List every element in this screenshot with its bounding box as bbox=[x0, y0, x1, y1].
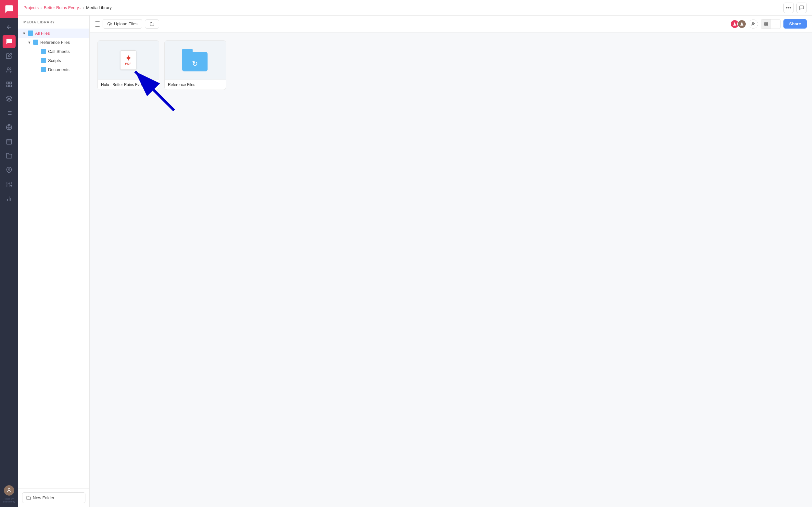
pdf-label: PDF bbox=[125, 62, 132, 65]
breadcrumb-current: Media Library bbox=[86, 5, 112, 10]
file-grid: ✦ PDF Hulu - Better Ruins Everything.AV.… bbox=[90, 33, 812, 507]
toolbar: Upload Files bbox=[90, 15, 812, 33]
more-options-button[interactable]: ••• bbox=[783, 3, 794, 13]
file-card-folder[interactable]: ↻ Reference Files bbox=[164, 40, 226, 90]
sidebar-item-reference-files[interactable]: ▾ Reference Files bbox=[18, 38, 89, 47]
svg-point-35 bbox=[752, 22, 754, 24]
folder-file-name: Reference Files bbox=[165, 79, 226, 90]
globe-nav-item[interactable] bbox=[3, 121, 15, 134]
folder-toolbar-icon bbox=[150, 22, 154, 26]
folder-body: ↻ bbox=[182, 52, 208, 71]
svg-rect-41 bbox=[764, 24, 766, 25]
upload-icon bbox=[107, 22, 112, 26]
content-area: MEDIA LIBRARY ▾ All Files ▾ Reference Fi… bbox=[18, 15, 812, 507]
list-view-button[interactable] bbox=[771, 19, 780, 29]
select-all-checkbox[interactable] bbox=[95, 21, 100, 26]
svg-point-0 bbox=[7, 68, 9, 70]
chat-icon bbox=[799, 5, 804, 10]
pencil-nav-item[interactable] bbox=[3, 49, 15, 62]
svg-rect-40 bbox=[766, 24, 767, 25]
folder-preview: ↻ bbox=[165, 41, 226, 79]
grid-icon bbox=[764, 22, 768, 26]
chevron-down-icon: ▾ bbox=[22, 31, 26, 35]
location-nav-item[interactable] bbox=[3, 164, 15, 177]
main-panel: Upload Files bbox=[90, 15, 812, 507]
grid-view-button[interactable] bbox=[761, 19, 771, 29]
folder-icon-documents bbox=[41, 67, 46, 72]
layers-nav-item[interactable] bbox=[3, 92, 15, 105]
folder-tab bbox=[182, 49, 193, 52]
breadcrumb-sep-2: › bbox=[83, 6, 84, 10]
svg-rect-2 bbox=[10, 82, 12, 84]
add-user-button[interactable] bbox=[749, 19, 758, 29]
breadcrumb-project[interactable]: Better Ruins Every.. bbox=[44, 5, 81, 10]
list-nav-item[interactable] bbox=[3, 107, 15, 119]
list-icon bbox=[773, 22, 778, 26]
breadcrumb-projects[interactable]: Projects bbox=[23, 5, 39, 10]
upload-files-label: Upload Files bbox=[114, 21, 137, 26]
folder-plus-icon bbox=[26, 496, 31, 500]
ellipsis-icon: ••• bbox=[786, 5, 792, 11]
nav-bottom: Made By Leanometry bbox=[0, 482, 18, 507]
chat-button[interactable] bbox=[797, 3, 807, 13]
sidebar-tree: ▾ All Files ▾ Reference Files Call Sheet… bbox=[18, 27, 89, 488]
view-toggle bbox=[761, 19, 781, 29]
file-area: ✦ PDF Hulu - Better Ruins Everything.AV.… bbox=[90, 33, 812, 507]
pdf-file-name: Hulu - Better Ruins Everything.AV.pdf bbox=[98, 79, 159, 90]
user-avatar-nav[interactable] bbox=[4, 485, 14, 496]
acrobat-symbol: ✦ bbox=[125, 55, 131, 62]
sidebar-item-all-files[interactable]: ▾ All Files bbox=[18, 29, 89, 38]
back-nav-item[interactable] bbox=[3, 21, 15, 34]
sidebar-item-call-sheets[interactable]: Call Sheets bbox=[18, 47, 89, 56]
pdf-preview: ✦ PDF bbox=[98, 41, 159, 79]
sidebar-item-scripts[interactable]: Scripts bbox=[18, 56, 89, 65]
new-folder-button[interactable]: New Folder bbox=[22, 492, 86, 503]
file-card-pdf[interactable]: ✦ PDF Hulu - Better Ruins Everything.AV.… bbox=[97, 40, 159, 90]
folder-icon-call-sheets bbox=[41, 49, 46, 54]
users-nav-item[interactable] bbox=[3, 64, 15, 76]
new-folder-label: New Folder bbox=[33, 495, 54, 500]
svg-rect-39 bbox=[766, 22, 767, 23]
svg-point-34 bbox=[741, 22, 743, 24]
top-header: Projects › Better Ruins Every.. › Media … bbox=[18, 0, 812, 15]
toolbar-right: Share bbox=[730, 19, 807, 29]
svg-rect-38 bbox=[764, 22, 766, 23]
all-files-label: All Files bbox=[35, 31, 50, 36]
share-button[interactable]: Share bbox=[783, 19, 807, 29]
app-logo[interactable] bbox=[0, 0, 18, 18]
nav-items bbox=[3, 18, 15, 482]
analytics-nav-item[interactable] bbox=[3, 192, 15, 205]
sliders-nav-item[interactable] bbox=[3, 178, 15, 191]
svg-rect-3 bbox=[10, 85, 12, 87]
sidebar-item-documents[interactable]: Documents bbox=[18, 65, 89, 74]
svg-rect-1 bbox=[7, 82, 9, 84]
folder-icon-scripts bbox=[41, 58, 46, 63]
pdf-icon: ✦ PDF bbox=[120, 50, 137, 70]
folder-icon-all-files bbox=[28, 31, 33, 36]
svg-point-18 bbox=[8, 169, 10, 170]
svg-marker-5 bbox=[6, 96, 12, 99]
sidebar-footer: New Folder bbox=[18, 488, 89, 507]
board-nav-item[interactable] bbox=[3, 78, 15, 91]
svg-point-31 bbox=[8, 489, 10, 491]
breadcrumb: Projects › Better Ruins Every.. › Media … bbox=[23, 5, 112, 10]
new-folder-toolbar-button[interactable] bbox=[145, 19, 159, 29]
messages-nav-item[interactable] bbox=[3, 35, 15, 48]
person-add-icon bbox=[751, 22, 756, 26]
folder-nav-item[interactable] bbox=[3, 149, 15, 162]
main-container: Projects › Better Ruins Every.. › Media … bbox=[18, 0, 812, 507]
header-right: ••• bbox=[783, 3, 807, 13]
avatar-2[interactable] bbox=[737, 19, 746, 29]
avatar-group bbox=[730, 19, 746, 29]
svg-point-33 bbox=[734, 22, 736, 24]
calendar-nav-item[interactable] bbox=[3, 135, 15, 148]
chevron-down-icon-ref: ▾ bbox=[27, 40, 31, 44]
svg-rect-14 bbox=[7, 139, 12, 144]
pdf-icon-wrap: ✦ PDF bbox=[120, 50, 137, 70]
documents-label: Documents bbox=[48, 67, 69, 72]
sidebar: MEDIA LIBRARY ▾ All Files ▾ Reference Fi… bbox=[18, 15, 90, 507]
nav-bar: Made By Leanometry bbox=[0, 0, 18, 507]
made-by-label: Made By Leanometry bbox=[0, 498, 18, 503]
folder-icon-reference bbox=[33, 40, 38, 45]
upload-files-button[interactable]: Upload Files bbox=[103, 19, 142, 29]
